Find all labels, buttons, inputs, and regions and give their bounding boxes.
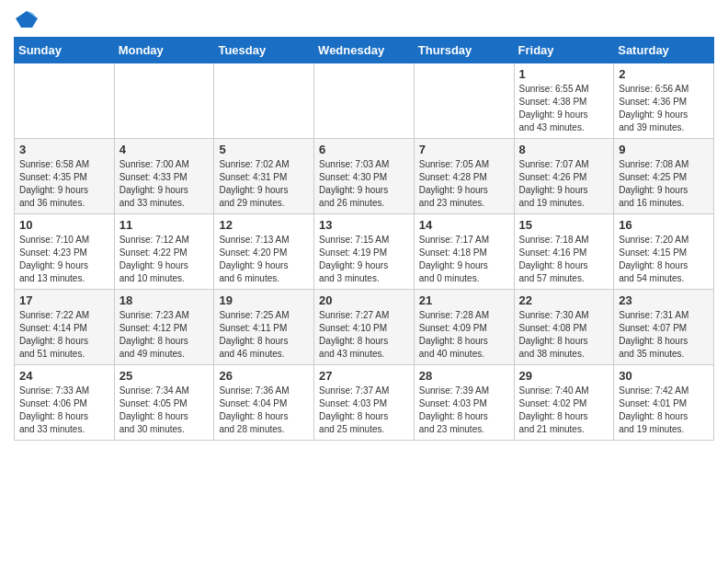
- day-number: 28: [419, 369, 509, 383]
- day-number: 3: [19, 143, 109, 156]
- calendar-cell: 23Sunrise: 7:31 AM Sunset: 4:07 PM Dayli…: [614, 290, 714, 365]
- calendar-cell: 27Sunrise: 7:37 AM Sunset: 4:03 PM Dayli…: [314, 365, 415, 441]
- calendar-week-row: 17Sunrise: 7:22 AM Sunset: 4:14 PM Dayli…: [15, 290, 714, 365]
- svg-marker-0: [16, 11, 38, 28]
- weekday-header-thursday: Thursday: [414, 38, 514, 63]
- day-info: Sunrise: 7:42 AM Sunset: 4:01 PM Dayligh…: [619, 385, 709, 436]
- page-header: [14, 9, 714, 29]
- weekday-header-sunday: Sunday: [15, 38, 115, 63]
- day-number: 13: [319, 218, 409, 232]
- calendar-cell: 7Sunrise: 7:05 AM Sunset: 4:28 PM Daylig…: [414, 139, 514, 214]
- day-number: 23: [619, 293, 709, 307]
- day-info: Sunrise: 7:00 AM Sunset: 4:33 PM Dayligh…: [119, 158, 210, 210]
- day-number: 17: [19, 293, 109, 307]
- calendar-cell: 22Sunrise: 7:30 AM Sunset: 4:08 PM Dayli…: [514, 290, 614, 365]
- calendar-cell: [15, 63, 115, 139]
- weekday-header-saturday: Saturday: [614, 38, 714, 63]
- calendar-cell: 5Sunrise: 7:02 AM Sunset: 4:31 PM Daylig…: [214, 139, 314, 214]
- day-number: 27: [319, 369, 409, 383]
- calendar-cell: 12Sunrise: 7:13 AM Sunset: 4:20 PM Dayli…: [214, 214, 314, 290]
- calendar-cell: 26Sunrise: 7:36 AM Sunset: 4:04 PM Dayli…: [214, 365, 314, 441]
- day-number: 15: [519, 218, 609, 232]
- day-info: Sunrise: 7:17 AM Sunset: 4:18 PM Dayligh…: [419, 234, 509, 285]
- weekday-header-friday: Friday: [514, 38, 614, 63]
- day-info: Sunrise: 6:55 AM Sunset: 4:38 PM Dayligh…: [519, 83, 609, 134]
- weekday-header-wednesday: Wednesday: [314, 38, 415, 63]
- day-number: 14: [419, 218, 509, 232]
- generalblue-logo-icon: [14, 9, 40, 29]
- day-number: 8: [519, 143, 609, 156]
- day-number: 1: [519, 67, 609, 81]
- calendar-cell: 1Sunrise: 6:55 AM Sunset: 4:38 PM Daylig…: [514, 63, 614, 139]
- day-number: 20: [319, 293, 409, 307]
- day-info: Sunrise: 7:27 AM Sunset: 4:10 PM Dayligh…: [319, 309, 409, 361]
- calendar-cell: 17Sunrise: 7:22 AM Sunset: 4:14 PM Dayli…: [15, 290, 115, 365]
- day-info: Sunrise: 7:15 AM Sunset: 4:19 PM Dayligh…: [319, 234, 409, 285]
- day-number: 12: [219, 218, 309, 232]
- calendar-cell: [314, 63, 415, 139]
- calendar-cell: 6Sunrise: 7:03 AM Sunset: 4:30 PM Daylig…: [314, 139, 415, 214]
- calendar-cell: 9Sunrise: 7:08 AM Sunset: 4:25 PM Daylig…: [614, 139, 714, 214]
- day-info: Sunrise: 7:03 AM Sunset: 4:30 PM Dayligh…: [319, 158, 409, 210]
- calendar-week-row: 3Sunrise: 6:58 AM Sunset: 4:35 PM Daylig…: [15, 139, 714, 214]
- logo: [14, 9, 45, 29]
- day-info: Sunrise: 7:05 AM Sunset: 4:28 PM Dayligh…: [419, 158, 509, 210]
- day-number: 16: [619, 218, 709, 232]
- day-info: Sunrise: 6:56 AM Sunset: 4:36 PM Dayligh…: [619, 83, 709, 134]
- weekday-header-row: SundayMondayTuesdayWednesdayThursdayFrid…: [15, 38, 714, 63]
- calendar-cell: 19Sunrise: 7:25 AM Sunset: 4:11 PM Dayli…: [214, 290, 314, 365]
- day-number: 29: [519, 369, 609, 383]
- calendar-cell: 8Sunrise: 7:07 AM Sunset: 4:26 PM Daylig…: [514, 139, 614, 214]
- day-info: Sunrise: 7:25 AM Sunset: 4:11 PM Dayligh…: [219, 309, 309, 361]
- day-number: 22: [519, 293, 609, 307]
- day-number: 5: [219, 143, 309, 156]
- calendar-cell: 16Sunrise: 7:20 AM Sunset: 4:15 PM Dayli…: [614, 214, 714, 290]
- calendar-table: SundayMondayTuesdayWednesdayThursdayFrid…: [14, 37, 714, 441]
- calendar-cell: 11Sunrise: 7:12 AM Sunset: 4:22 PM Dayli…: [114, 214, 214, 290]
- day-number: 10: [19, 218, 109, 232]
- day-info: Sunrise: 7:02 AM Sunset: 4:31 PM Dayligh…: [219, 158, 309, 210]
- calendar-week-row: 10Sunrise: 7:10 AM Sunset: 4:23 PM Dayli…: [15, 214, 714, 290]
- day-info: Sunrise: 7:08 AM Sunset: 4:25 PM Dayligh…: [619, 158, 709, 210]
- calendar-cell: 25Sunrise: 7:34 AM Sunset: 4:05 PM Dayli…: [114, 365, 214, 441]
- day-number: 4: [119, 143, 210, 156]
- day-number: 24: [19, 369, 109, 383]
- day-info: Sunrise: 7:13 AM Sunset: 4:20 PM Dayligh…: [219, 234, 309, 285]
- calendar-week-row: 24Sunrise: 7:33 AM Sunset: 4:06 PM Dayli…: [15, 365, 714, 441]
- day-number: 9: [619, 143, 709, 156]
- day-info: Sunrise: 7:40 AM Sunset: 4:02 PM Dayligh…: [519, 385, 609, 436]
- day-info: Sunrise: 7:28 AM Sunset: 4:09 PM Dayligh…: [419, 309, 509, 361]
- calendar-week-row: 1Sunrise: 6:55 AM Sunset: 4:38 PM Daylig…: [15, 63, 714, 139]
- day-info: Sunrise: 7:07 AM Sunset: 4:26 PM Dayligh…: [519, 158, 609, 210]
- day-info: Sunrise: 6:58 AM Sunset: 4:35 PM Dayligh…: [19, 158, 109, 210]
- day-info: Sunrise: 7:10 AM Sunset: 4:23 PM Dayligh…: [19, 234, 109, 285]
- calendar-cell: 24Sunrise: 7:33 AM Sunset: 4:06 PM Dayli…: [15, 365, 115, 441]
- calendar-cell: 4Sunrise: 7:00 AM Sunset: 4:33 PM Daylig…: [114, 139, 214, 214]
- day-number: 19: [219, 293, 309, 307]
- calendar-cell: 14Sunrise: 7:17 AM Sunset: 4:18 PM Dayli…: [414, 214, 514, 290]
- day-number: 6: [319, 143, 409, 156]
- day-number: 11: [119, 218, 210, 232]
- day-info: Sunrise: 7:18 AM Sunset: 4:16 PM Dayligh…: [519, 234, 609, 285]
- day-number: 25: [119, 369, 210, 383]
- day-number: 30: [619, 369, 709, 383]
- day-info: Sunrise: 7:34 AM Sunset: 4:05 PM Dayligh…: [119, 385, 210, 436]
- calendar-cell: 10Sunrise: 7:10 AM Sunset: 4:23 PM Dayli…: [15, 214, 115, 290]
- day-info: Sunrise: 7:23 AM Sunset: 4:12 PM Dayligh…: [119, 309, 210, 361]
- calendar-cell: [214, 63, 314, 139]
- weekday-header-tuesday: Tuesday: [214, 38, 314, 63]
- calendar-cell: 21Sunrise: 7:28 AM Sunset: 4:09 PM Dayli…: [414, 290, 514, 365]
- day-info: Sunrise: 7:36 AM Sunset: 4:04 PM Dayligh…: [219, 385, 309, 436]
- weekday-header-monday: Monday: [114, 38, 214, 63]
- calendar-cell: 28Sunrise: 7:39 AM Sunset: 4:03 PM Dayli…: [414, 365, 514, 441]
- calendar-cell: 15Sunrise: 7:18 AM Sunset: 4:16 PM Dayli…: [514, 214, 614, 290]
- day-info: Sunrise: 7:12 AM Sunset: 4:22 PM Dayligh…: [119, 234, 210, 285]
- day-number: 21: [419, 293, 509, 307]
- day-number: 26: [219, 369, 309, 383]
- day-number: 7: [419, 143, 509, 156]
- day-info: Sunrise: 7:22 AM Sunset: 4:14 PM Dayligh…: [19, 309, 109, 361]
- day-info: Sunrise: 7:31 AM Sunset: 4:07 PM Dayligh…: [619, 309, 709, 361]
- calendar-cell: 2Sunrise: 6:56 AM Sunset: 4:36 PM Daylig…: [614, 63, 714, 139]
- calendar-cell: [114, 63, 214, 139]
- calendar-cell: 13Sunrise: 7:15 AM Sunset: 4:19 PM Dayli…: [314, 214, 415, 290]
